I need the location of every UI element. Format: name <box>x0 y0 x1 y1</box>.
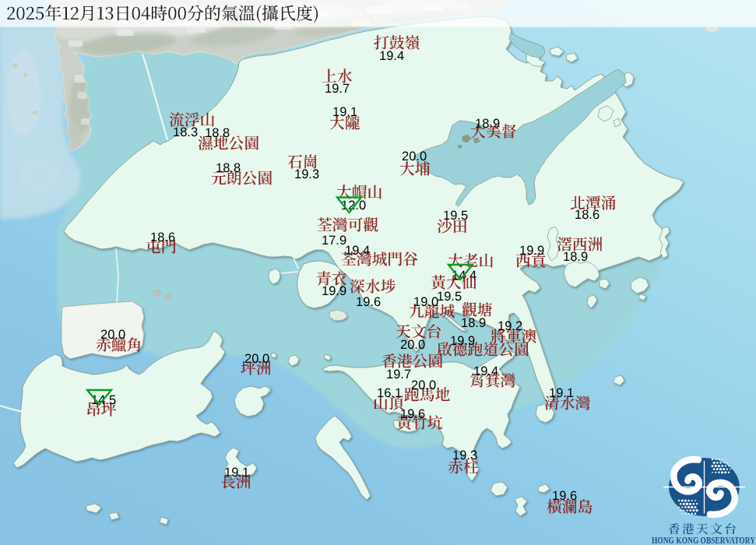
station-temperature-value: 19.0 <box>413 295 438 309</box>
station-temperature-value: 18.6 <box>150 230 175 244</box>
station-temperature-value: 16.1 <box>377 386 402 400</box>
station-temperature-value: 18.9 <box>475 117 500 131</box>
station-temperature-value: 19.1 <box>332 105 357 119</box>
hko-temperature-map-screenshot: 19.419.718.319.118.818.919.318.820.012.0… <box>0 0 756 545</box>
station-temperature-value: 20.0 <box>402 149 427 164</box>
station-temperature-value: 19.1 <box>549 386 574 400</box>
hk-temperature-map-canvas: 19.419.718.319.118.818.919.318.820.012.0… <box>0 0 756 545</box>
station-temperature-value: 19.2 <box>498 319 522 333</box>
station-temperature-value: 19.4 <box>345 244 370 258</box>
station-temperature-value: 19.5 <box>443 209 468 223</box>
station-temperature-value: 19.9 <box>450 334 475 348</box>
station-temperature-value: 19.7 <box>386 367 411 382</box>
station-temperature-value: 18.9 <box>563 250 588 264</box>
station-temperature-value: 19.5 <box>437 290 462 304</box>
station-temperature-value: 19.6 <box>400 407 425 421</box>
station-temperature-value: 19.9 <box>519 244 544 258</box>
station-temperature-value: 18.6 <box>575 208 600 222</box>
title-banner <box>0 0 756 28</box>
station-temperature-value: 17.9 <box>322 234 346 248</box>
station-temperature-value: 20.0 <box>100 328 125 342</box>
station-temperature-value: 19.6 <box>552 489 577 503</box>
station-temperature-value: 19.6 <box>356 295 381 309</box>
station-temperature-value: 19.7 <box>325 82 350 96</box>
station-temperature-value: 19.3 <box>294 167 319 181</box>
station-temperature-value: 19.4 <box>473 364 498 378</box>
station-temperature-value: 20.0 <box>411 378 436 392</box>
station-temperature-value: 18.9 <box>461 316 486 330</box>
station-temperature-value: 18.8 <box>205 126 230 140</box>
station-temperature-value: 18.8 <box>216 161 241 175</box>
station-temperature-value: 18.3 <box>173 125 198 139</box>
station-temperature-value: 20.0 <box>400 338 425 352</box>
station-temperature-value: 19.9 <box>322 284 346 298</box>
station-temperature-value: 19.3 <box>452 448 477 462</box>
station-temperature-value: 20.0 <box>244 352 269 366</box>
station-temperature-value: 19.1 <box>224 466 249 480</box>
hko-logo-english-name: HONG KONG OBSERVATORY <box>652 534 755 545</box>
station-temperature-value: 12.0 <box>341 199 366 213</box>
station-temperature-value: 19.4 <box>379 49 404 63</box>
